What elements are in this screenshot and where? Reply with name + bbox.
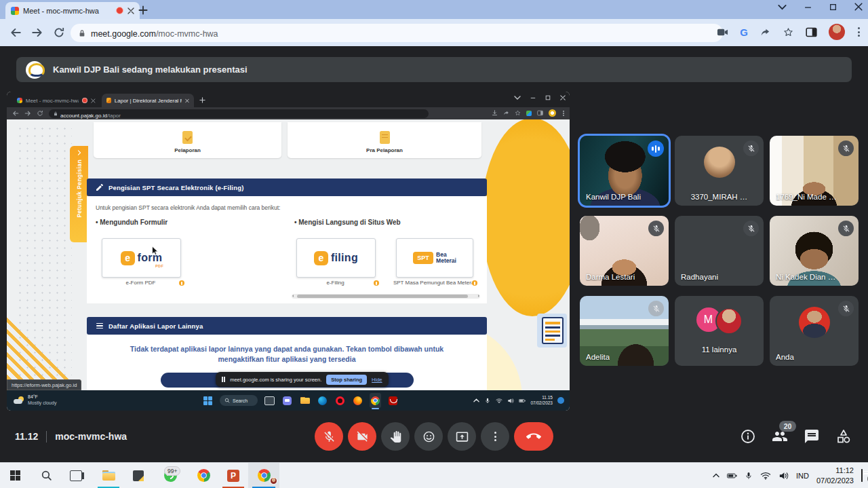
share-icon[interactable] bbox=[760, 27, 771, 37]
raise-hand-button[interactable] bbox=[381, 422, 410, 451]
participant-tile[interactable]: 1769_Ni Made … bbox=[770, 136, 859, 206]
acrobat-icon[interactable] bbox=[387, 393, 399, 408]
meet-favicon bbox=[11, 7, 19, 15]
side-panel-icon[interactable] bbox=[806, 27, 817, 37]
speaker-icon[interactable] bbox=[778, 471, 789, 481]
chrome-meet-icon[interactable] bbox=[248, 463, 279, 488]
chat-button[interactable] bbox=[804, 428, 820, 445]
window-minimize-button[interactable] bbox=[804, 3, 812, 11]
address-bar[interactable]: meet.google.com/moc-mvmc-hwa bbox=[71, 24, 723, 42]
participant-grid: Kanwil DJP Bali 3370_MIRAH … 1769_Ni Mad… bbox=[580, 136, 859, 366]
horizontal-scrollbar[interactable] bbox=[292, 294, 480, 299]
wifi-icon[interactable] bbox=[760, 472, 771, 480]
side-panel-icon bbox=[537, 110, 543, 116]
battery-icon[interactable] bbox=[727, 472, 737, 480]
tab-close-icon[interactable] bbox=[127, 7, 134, 14]
eform-pdf-card[interactable]: e formPDF bbox=[102, 238, 181, 278]
mic-off-icon bbox=[838, 301, 854, 316]
forward-button[interactable] bbox=[31, 26, 43, 39]
present-button[interactable] bbox=[448, 422, 476, 451]
scrollbar-thumb[interactable] bbox=[297, 295, 468, 298]
file-explorer-icon[interactable] bbox=[94, 463, 123, 488]
task-view-button[interactable] bbox=[61, 463, 91, 488]
participant-tile[interactable]: Darma Lestari bbox=[580, 216, 669, 286]
browser-tab[interactable]: Meet - moc-mvmc-hwa bbox=[5, 2, 140, 19]
weather-widget[interactable]: 84°F Mostly cloudy bbox=[14, 394, 56, 407]
bookmark-star-icon[interactable] bbox=[783, 27, 794, 37]
chrome-icon[interactable] bbox=[370, 393, 381, 408]
tab-search-chevron-icon[interactable] bbox=[778, 3, 787, 11]
mic-tray-icon[interactable] bbox=[745, 471, 753, 481]
browser-menu-icon bbox=[561, 109, 566, 117]
new-tab-button[interactable] bbox=[138, 5, 148, 15]
participant-tile[interactable]: Ni Kadek Dian … bbox=[770, 216, 859, 286]
meeting-info-button[interactable] bbox=[740, 428, 756, 445]
shared-tab-lapor: Lapor | Direktorat Jenderal Pajak bbox=[102, 94, 194, 107]
participant-tile[interactable]: 3370_MIRAH … bbox=[675, 136, 764, 206]
language-indicator[interactable]: IND bbox=[796, 472, 809, 480]
sticky-notes-icon[interactable] bbox=[123, 463, 153, 488]
mic-mute-button[interactable] bbox=[315, 422, 343, 451]
edge-icon[interactable] bbox=[317, 393, 328, 408]
participants-button[interactable]: 20 bbox=[772, 428, 788, 445]
petunjuk-pengisian-tab[interactable]: Petunjuk Pengisian bbox=[70, 146, 88, 242]
more-options-button[interactable] bbox=[481, 422, 509, 451]
start-button[interactable] bbox=[202, 393, 214, 408]
task-view-button[interactable] bbox=[264, 393, 275, 408]
shared-clock[interactable]: 11.1507/02/2023 bbox=[530, 395, 553, 407]
info-icon[interactable] bbox=[374, 280, 379, 286]
self-tile[interactable]: Anda bbox=[770, 296, 859, 366]
speaker-icon[interactable] bbox=[507, 398, 514, 404]
participant-tile[interactable]: Radhayani bbox=[675, 216, 764, 286]
info-icon[interactable] bbox=[472, 280, 477, 286]
battery-icon[interactable] bbox=[519, 398, 526, 404]
chrome-icon[interactable] bbox=[189, 463, 218, 488]
system-clock[interactable]: 11:1207/02/2023 bbox=[816, 466, 854, 485]
lock-icon bbox=[79, 29, 85, 37]
teams-chat-icon[interactable] bbox=[281, 393, 293, 408]
reload-button[interactable] bbox=[53, 26, 65, 39]
mic-tray-icon[interactable] bbox=[484, 398, 491, 404]
scroll-left-arrow[interactable] bbox=[292, 295, 294, 297]
start-button[interactable] bbox=[0, 463, 31, 488]
wifi-icon[interactable] bbox=[496, 398, 502, 404]
window-restore-button[interactable] bbox=[829, 3, 837, 11]
window-close-button[interactable] bbox=[854, 3, 863, 11]
taskbar-search-button[interactable] bbox=[31, 463, 61, 488]
stop-sharing-button[interactable]: Stop sharing bbox=[326, 375, 367, 385]
browser-profile-avatar bbox=[549, 109, 556, 117]
tray-chevron-icon[interactable] bbox=[473, 398, 479, 402]
end-call-button[interactable] bbox=[514, 422, 553, 451]
camera-off-button[interactable] bbox=[348, 422, 376, 451]
tray-chevron-icon[interactable] bbox=[713, 473, 719, 478]
taskbar-search[interactable]: Search bbox=[220, 395, 258, 406]
participant-tile[interactable]: Kanwil DJP Bali bbox=[580, 136, 669, 206]
self-avatar bbox=[799, 307, 830, 338]
efiling-card[interactable]: e filing bbox=[296, 238, 376, 278]
browser-menu-icon[interactable] bbox=[856, 26, 861, 38]
powerpoint-icon[interactable]: P bbox=[218, 463, 248, 488]
scroll-right-arrow[interactable] bbox=[478, 295, 479, 297]
reactions-button[interactable] bbox=[414, 422, 443, 451]
browser-profile-avatar[interactable] bbox=[829, 24, 845, 40]
pelaporan-card[interactable]: Pelaporan bbox=[94, 122, 281, 158]
opera-icon[interactable] bbox=[334, 393, 346, 408]
overflow-participants-tile[interactable]: M 11 lainnya bbox=[675, 296, 764, 366]
hide-share-bar-link[interactable]: Hide bbox=[372, 377, 382, 383]
spt-bea-meterai-card[interactable]: SPT BeaMeterai bbox=[396, 238, 473, 278]
whatsapp-icon[interactable]: 99+ bbox=[153, 463, 187, 488]
pra-pelaporan-card[interactable]: Pra Pelaporan bbox=[288, 122, 481, 158]
document-illustration bbox=[536, 311, 568, 349]
file-explorer-icon[interactable] bbox=[299, 393, 311, 408]
camera-permission-icon[interactable] bbox=[717, 27, 728, 37]
activities-button[interactable] bbox=[835, 428, 852, 445]
google-extension-icon[interactable]: G bbox=[740, 26, 748, 38]
back-button[interactable] bbox=[9, 26, 22, 39]
presentation-stage[interactable]: Meet - moc-mvmc-hwa Lapor | Direktorat J… bbox=[7, 92, 570, 411]
shared-tab-meet: Meet - moc-mvmc-hwa bbox=[12, 94, 100, 107]
notification-badge-icon[interactable] bbox=[557, 397, 564, 404]
info-icon[interactable] bbox=[179, 280, 184, 286]
participant-tile[interactable]: Adelita bbox=[580, 296, 669, 366]
firefox-icon[interactable] bbox=[352, 393, 363, 408]
notification-center-button[interactable]: 2 bbox=[861, 470, 863, 482]
